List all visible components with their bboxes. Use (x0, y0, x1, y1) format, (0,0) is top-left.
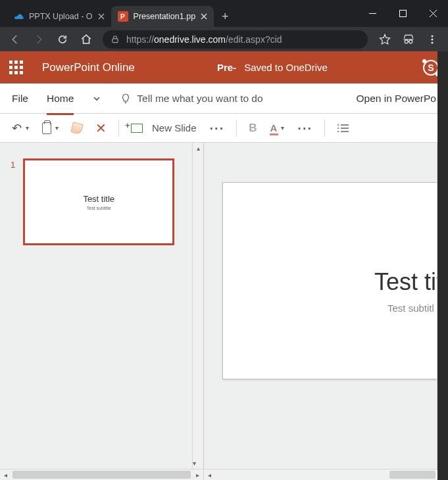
svg-text:P: P (120, 13, 125, 20)
new-slide-icon (131, 124, 143, 133)
powerpoint-icon: P (118, 11, 128, 22)
browser-tab-0[interactable]: PPTX Upload - O (7, 6, 111, 27)
new-slide-button[interactable]: New Slide (127, 118, 201, 138)
incognito-icon[interactable] (397, 30, 420, 49)
chevron-down-icon[interactable]: ▾ (55, 124, 59, 132)
address-field[interactable]: https://onedrive.live.com/edit.aspx?cid (103, 30, 368, 49)
paint-icon (70, 122, 84, 135)
forward-button[interactable] (28, 30, 50, 49)
document-title[interactable]: Pre- (217, 62, 236, 73)
skype-icon[interactable]: S (423, 60, 439, 76)
more-slide-options[interactable]: ··· (206, 118, 229, 138)
window-titlebar: PPTX Upload - O P Presentation1.pp + (0, 0, 448, 27)
ribbon-toolbar: ↶▾ ▾ ✕ New Slide ··· B A▾ ··· (0, 114, 448, 143)
ellipsis-icon: ··· (297, 122, 312, 135)
save-status: Saved to OneDrive (244, 62, 328, 73)
thumbnail-scrollbar-vertical[interactable]: ▴ ▾ (192, 143, 203, 469)
x-icon: ✕ (95, 120, 107, 136)
thumbnail-scrollbar-horizontal[interactable]: ◂ ▸ (0, 469, 204, 480)
scroll-thumb[interactable] (12, 471, 191, 479)
chevron-down-icon[interactable]: ▾ (281, 124, 284, 132)
new-tab-button[interactable]: + (214, 6, 237, 27)
onedrive-icon (13, 11, 24, 22)
scroll-down-icon[interactable]: ▾ (193, 458, 196, 469)
svg-rect-3 (112, 38, 118, 42)
svg-rect-2 (399, 11, 406, 17)
app-header: PowerPoint Online Pre- Saved to OneDrive… (0, 51, 448, 84)
svg-point-5 (432, 38, 434, 40)
tab-label: PPTX Upload - O (29, 12, 93, 21)
slide-canvas[interactable]: Test tit Test subtitl (222, 182, 448, 379)
scroll-thumb[interactable] (389, 471, 436, 479)
chevron-down-icon[interactable]: ▾ (26, 124, 29, 132)
separator (236, 120, 237, 137)
url-text: https://onedrive.live.com/edit.aspx?cid (126, 34, 282, 45)
undo-button[interactable]: ↶▾ (8, 118, 33, 138)
slide-canvas-pane[interactable]: Test tit Test subtitl ▴ ▾ (204, 143, 448, 469)
paste-button[interactable]: ▾ (38, 118, 62, 138)
app-launcher-icon[interactable] (9, 60, 24, 75)
tab-home[interactable]: Home (47, 89, 74, 108)
bulb-icon (120, 93, 132, 105)
slide-thumbnail-1[interactable]: 1 Test title Test subtitle (11, 158, 193, 245)
separator (118, 120, 119, 137)
scroll-left-icon[interactable]: ◂ (204, 469, 215, 481)
tell-me-label: Tell me what you want to do (137, 93, 262, 105)
scroll-up-icon[interactable]: ▴ (193, 143, 203, 154)
bullets-icon (337, 124, 349, 133)
browser-tab-1[interactable]: P Presentation1.pp (111, 6, 214, 27)
app-name[interactable]: PowerPoint Online (42, 61, 135, 74)
svg-point-6 (432, 41, 434, 43)
bullets-button[interactable] (333, 118, 353, 138)
tab-label: Presentation1.pp (134, 12, 196, 21)
back-button[interactable] (4, 30, 26, 49)
thumbnail-pane[interactable]: 1 Test title Test subtitle ▴ ▾ (0, 143, 204, 469)
close-icon[interactable] (201, 13, 207, 20)
chevron-down-icon[interactable] (92, 94, 101, 103)
horizontal-scrollbars: ◂ ▸ ◂ ▸ (0, 469, 448, 480)
bookmark-button[interactable] (373, 30, 397, 49)
svg-point-4 (432, 35, 434, 37)
tab-strip: PPTX Upload - O P Presentation1.pp + (0, 0, 357, 27)
close-icon[interactable] (98, 13, 105, 20)
canvas-scrollbar-horizontal[interactable]: ◂ ▸ (204, 469, 448, 480)
url-bar: https://onedrive.live.com/edit.aspx?cid (0, 27, 448, 51)
browser-scrollbar-vertical[interactable] (437, 51, 448, 480)
tell-me-search[interactable]: Tell me what you want to do (120, 93, 262, 105)
more-font-options[interactable]: ··· (293, 118, 316, 138)
clipboard-icon (42, 122, 51, 134)
browser-menu-button[interactable] (420, 30, 444, 49)
thumb-subtitle: Test subtitle (87, 206, 111, 210)
separator (324, 120, 325, 137)
ellipsis-icon: ··· (210, 122, 225, 135)
bold-button[interactable]: B (245, 118, 261, 138)
home-button[interactable] (75, 30, 97, 49)
maximize-button[interactable] (387, 0, 418, 27)
thumbnail-preview[interactable]: Test title Test subtitle (23, 158, 174, 245)
thumb-title: Test title (83, 194, 114, 204)
new-slide-label: New Slide (152, 122, 197, 133)
delete-button[interactable]: ✕ (91, 118, 111, 138)
scroll-right-icon[interactable]: ▸ (192, 469, 203, 481)
minimize-button[interactable] (357, 0, 387, 27)
ribbon-tabs: File Home Tell me what you want to do Op… (0, 84, 448, 114)
lock-icon (111, 35, 120, 44)
tab-file[interactable]: File (12, 89, 28, 108)
font-color-icon: A (270, 122, 277, 133)
window-controls (357, 0, 448, 27)
font-color-button[interactable]: A▾ (266, 118, 288, 138)
format-painter-button[interactable] (68, 118, 86, 138)
close-window-button[interactable] (418, 0, 448, 27)
undo-icon: ↶ (12, 121, 22, 135)
slide-number: 1 (11, 158, 15, 245)
scroll-left-icon[interactable]: ◂ (0, 469, 11, 481)
open-in-desktop-button[interactable]: Open in PowerPo (357, 93, 437, 105)
workspace: 1 Test title Test subtitle ▴ ▾ Test tit … (0, 143, 448, 469)
reload-button[interactable] (51, 30, 74, 49)
